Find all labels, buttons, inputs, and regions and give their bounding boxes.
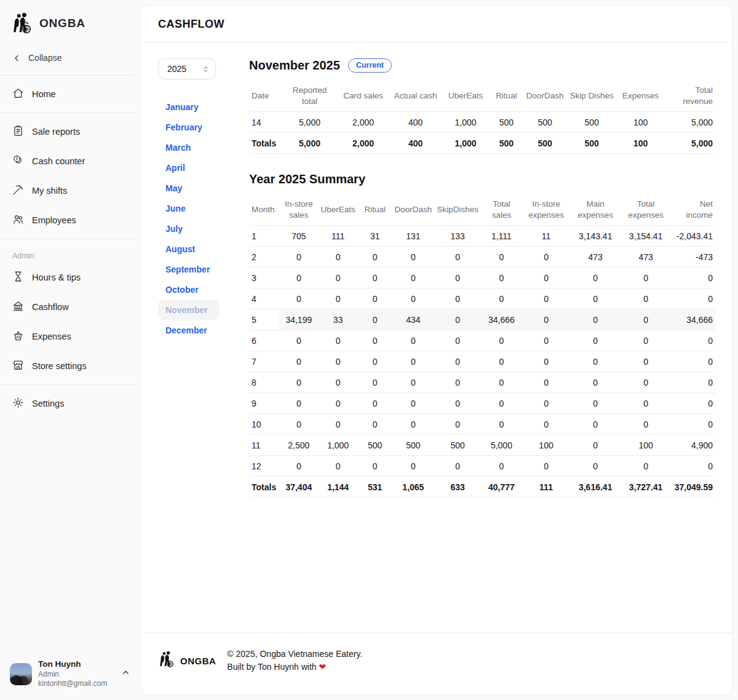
table-cell: 0 bbox=[392, 268, 435, 288]
year-select-value: 2025 bbox=[167, 64, 186, 74]
column-header: Ritual bbox=[358, 194, 392, 226]
table-cell: 400 bbox=[389, 112, 442, 133]
column-header: UberEats bbox=[318, 194, 357, 226]
sidebar: ONGBA Collapse HomeSale reportsCash coun… bbox=[0, 0, 140, 700]
table-cell: 0 bbox=[392, 247, 435, 268]
table-cell: 31 bbox=[358, 226, 392, 247]
table-cell: 0 bbox=[671, 372, 715, 393]
chevron-up-icon[interactable] bbox=[121, 668, 130, 680]
table-row: 534,199330434034,66600034,666 bbox=[249, 309, 715, 330]
table-cell: 0 bbox=[318, 456, 357, 477]
table-cell: 0 bbox=[621, 351, 671, 372]
table-cell: 0 bbox=[434, 393, 481, 414]
sidebar-item-sale-reports[interactable]: Sale reports bbox=[0, 117, 140, 146]
table-cell: 111 bbox=[318, 226, 357, 247]
column-header: Ritual bbox=[489, 80, 524, 112]
month-link-april[interactable]: April bbox=[158, 157, 197, 178]
table-cell: 0 bbox=[358, 456, 392, 477]
month-link-january[interactable]: January bbox=[158, 97, 206, 117]
sidebar-item-label: Sale reports bbox=[32, 127, 80, 137]
month-link-february[interactable]: February bbox=[158, 117, 210, 137]
column-header: Skip Dishes bbox=[566, 80, 617, 112]
content: 2025 JanuaryFebruaryMarchAprilMayJuneJul… bbox=[141, 42, 732, 632]
table-cell: 0 bbox=[279, 330, 318, 351]
user-email: kintonhtt@gmail.com bbox=[38, 679, 107, 689]
table-cell: 0 bbox=[434, 268, 481, 288]
table-cell: 0 bbox=[570, 414, 621, 435]
month-link-july[interactable]: July bbox=[158, 218, 197, 239]
sidebar-item-expenses[interactable]: Expenses bbox=[0, 322, 140, 351]
table-cell: 7 bbox=[249, 351, 279, 372]
table-cell: 0 bbox=[318, 414, 357, 435]
column-header: Total sales bbox=[481, 194, 522, 226]
sidebar-item-cashflow[interactable]: Cashflow bbox=[0, 292, 140, 322]
table-cell: 0 bbox=[671, 414, 715, 435]
table-row: 70000000000 bbox=[249, 351, 715, 372]
brand-name: ONGBA bbox=[39, 17, 85, 30]
month-link-may[interactable]: May bbox=[158, 178, 197, 198]
table-cell: 100 bbox=[617, 112, 664, 133]
table-cell: 0 bbox=[279, 247, 318, 268]
totals-cell: 2,000 bbox=[338, 133, 389, 154]
sidebar-item-label: Expenses bbox=[32, 332, 71, 341]
month-link-december[interactable]: December bbox=[158, 320, 215, 340]
table-cell: 0 bbox=[318, 372, 357, 393]
table-cell: 473 bbox=[621, 247, 671, 268]
month-link-august[interactable]: August bbox=[158, 239, 202, 259]
month-link-october[interactable]: October bbox=[158, 279, 206, 300]
column-header: Reported total bbox=[282, 80, 338, 112]
column-header: In-store expenses bbox=[522, 194, 570, 226]
table-cell: 0 bbox=[522, 372, 570, 393]
table-cell: 0 bbox=[522, 268, 570, 288]
sidebar-item-hours-tips[interactable]: Hours & tips bbox=[0, 263, 140, 292]
table-cell: 0 bbox=[522, 393, 570, 414]
month-heading-row: November 2025 Current bbox=[249, 58, 715, 73]
sidebar-item-my-shifts[interactable]: My shifts bbox=[0, 176, 140, 205]
table-cell: 12 bbox=[249, 456, 279, 477]
sidebar-item-employees[interactable]: Employees bbox=[0, 205, 140, 235]
table-cell: 0 bbox=[358, 288, 392, 309]
table-cell: 0 bbox=[570, 288, 621, 309]
gear-icon bbox=[12, 397, 24, 410]
year-select[interactable]: 2025 bbox=[158, 58, 216, 79]
table-cell: 0 bbox=[434, 414, 481, 435]
table-cell: 500 bbox=[358, 435, 392, 456]
basket-icon bbox=[12, 330, 24, 343]
month-link-september[interactable]: September bbox=[158, 259, 217, 279]
totals-cell: 500 bbox=[524, 133, 566, 154]
table-cell: 0 bbox=[522, 247, 570, 268]
table-cell: 500 bbox=[489, 112, 524, 133]
sidebar-item-settings[interactable]: Settings bbox=[0, 389, 140, 418]
table-cell: 0 bbox=[570, 330, 621, 351]
month-link-november[interactable]: November bbox=[158, 300, 220, 320]
nav-group: Sale reportsCash counterMy shiftsEmploye… bbox=[0, 113, 140, 239]
table-cell: 4,900 bbox=[671, 435, 715, 456]
totals-cell: 633 bbox=[434, 477, 481, 498]
totals-cell: 3,727.41 bbox=[621, 477, 671, 498]
table-cell: 0 bbox=[481, 288, 522, 309]
totals-cell: 1,000 bbox=[442, 133, 489, 154]
pickaxe-icon bbox=[12, 184, 24, 197]
coins-icon bbox=[12, 154, 24, 168]
sidebar-item-label: Home bbox=[32, 89, 56, 99]
table-cell: 500 bbox=[392, 435, 435, 456]
table-cell: 0 bbox=[392, 372, 435, 393]
collapse-button[interactable]: Collapse bbox=[0, 47, 140, 75]
month-link-june[interactable]: June bbox=[158, 198, 197, 218]
sidebar-item-store-settings[interactable]: Store settings bbox=[0, 351, 140, 381]
sidebar-item-label: Hours & tips bbox=[32, 272, 81, 282]
page-header: CASHFLOW bbox=[141, 6, 732, 42]
table-cell: 0 bbox=[522, 330, 570, 351]
table-cell: 0 bbox=[434, 351, 481, 372]
sidebar-item-home[interactable]: Home bbox=[0, 79, 140, 109]
totals-cell: Totals bbox=[249, 477, 279, 498]
user-panel[interactable]: Ton Huynh Admin kintonhtt@gmail.com bbox=[0, 649, 140, 700]
sidebar-item-label: Settings bbox=[32, 399, 64, 408]
totals-cell: 500 bbox=[489, 133, 524, 154]
month-link-march[interactable]: March bbox=[158, 137, 198, 157]
totals-row: Totals37,4041,1445311,06563340,7771113,6… bbox=[249, 477, 715, 498]
home-icon bbox=[12, 87, 24, 101]
sidebar-item-cash-counter[interactable]: Cash counter bbox=[0, 146, 140, 176]
table-cell: 0 bbox=[434, 247, 481, 268]
table-cell: 0 bbox=[481, 372, 522, 393]
